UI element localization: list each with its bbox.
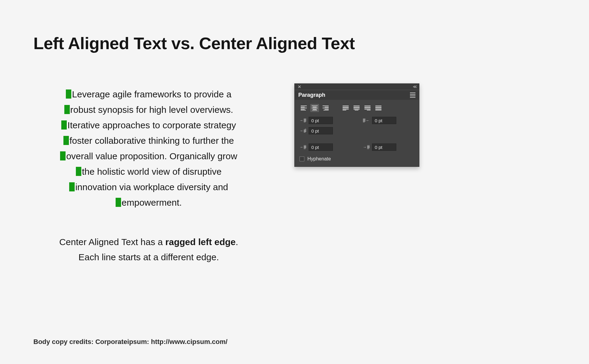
ragged-marker [66, 89, 71, 99]
justify-all-icon [375, 106, 381, 110]
paragraph-line: Leverage agile frameworks to provide a [72, 89, 231, 99]
hyphenate-checkbox[interactable] [300, 157, 304, 161]
justify-center-button[interactable] [352, 104, 361, 112]
close-icon[interactable]: ✕ [298, 85, 301, 89]
space-after-field [363, 143, 414, 151]
panel-top-bar: ✕ << [295, 84, 419, 90]
collapse-icon[interactable]: << [413, 84, 416, 89]
space-after-input[interactable] [372, 143, 396, 151]
paragraph-panel: ✕ << Paragraph [294, 83, 419, 167]
indent-left-field [300, 117, 351, 124]
space-before-icon [300, 144, 306, 150]
paragraph-line: the holistic world view of disruptive [82, 167, 222, 177]
indent-left-icon [300, 118, 306, 123]
alignment-row [300, 104, 414, 112]
justify-right-icon [364, 106, 371, 110]
align-left-button[interactable] [300, 104, 308, 112]
justify-all-button[interactable] [374, 104, 383, 112]
align-left-icon [301, 106, 307, 110]
paragraph-line: empowerment. [122, 197, 182, 207]
ragged-marker [63, 136, 69, 145]
justify-left-button[interactable] [341, 104, 350, 112]
ragged-marker [64, 105, 70, 114]
caption-bold: ragged left edge [165, 237, 236, 247]
first-line-indent-field [300, 127, 351, 134]
panel-menu-icon[interactable] [410, 93, 415, 98]
align-center-icon [312, 106, 318, 110]
space-before-input[interactable] [309, 143, 333, 151]
justify-center-icon [354, 106, 360, 110]
example-column: Leverage agile frameworks to provide a r… [39, 86, 258, 265]
align-right-button[interactable] [321, 104, 330, 112]
paragraph-line: foster collaborative thinking to further… [69, 136, 234, 146]
justify-left-icon [343, 106, 349, 110]
centered-paragraph: Leverage agile frameworks to provide a r… [39, 86, 258, 210]
first-line-indent-input[interactable] [309, 127, 333, 134]
paragraph-line: overall value proposition. Organically g… [66, 151, 237, 161]
hyphenate-label: Hyphenate [307, 156, 331, 162]
indent-right-field [363, 117, 414, 124]
panel-title: Paragraph [298, 92, 325, 98]
ragged-marker [60, 151, 66, 160]
paragraph-line: robust synopsis for high level overviews… [70, 105, 233, 115]
align-right-icon [323, 106, 329, 110]
ragged-marker [116, 198, 121, 207]
caption-text: Center Aligned Text has a [59, 237, 165, 247]
justify-right-button[interactable] [363, 104, 372, 112]
caption-line2: Each line starts at a different edge. [39, 250, 258, 265]
page-title: Left Aligned Text vs. Center Aligned Tex… [33, 33, 556, 53]
panel-header: Paragraph [295, 90, 419, 100]
space-after-icon [363, 144, 370, 150]
ragged-marker [76, 167, 81, 176]
space-before-field [300, 143, 351, 151]
caption: Center Aligned Text has a ragged left ed… [39, 234, 258, 265]
first-line-indent-icon [300, 128, 306, 133]
indent-right-icon [363, 118, 370, 123]
indent-right-input[interactable] [372, 117, 396, 124]
paragraph-line: Iterative approaches to corporate strate… [67, 120, 236, 130]
ragged-marker [69, 182, 75, 191]
credits-text: Body copy credits: Corporateipsum: http:… [33, 338, 228, 346]
ragged-marker [61, 120, 67, 130]
caption-text: . [236, 237, 238, 247]
align-center-button[interactable] [310, 104, 319, 112]
paragraph-line: innovation via workplace diversity and [75, 182, 228, 192]
indent-left-input[interactable] [309, 117, 333, 124]
